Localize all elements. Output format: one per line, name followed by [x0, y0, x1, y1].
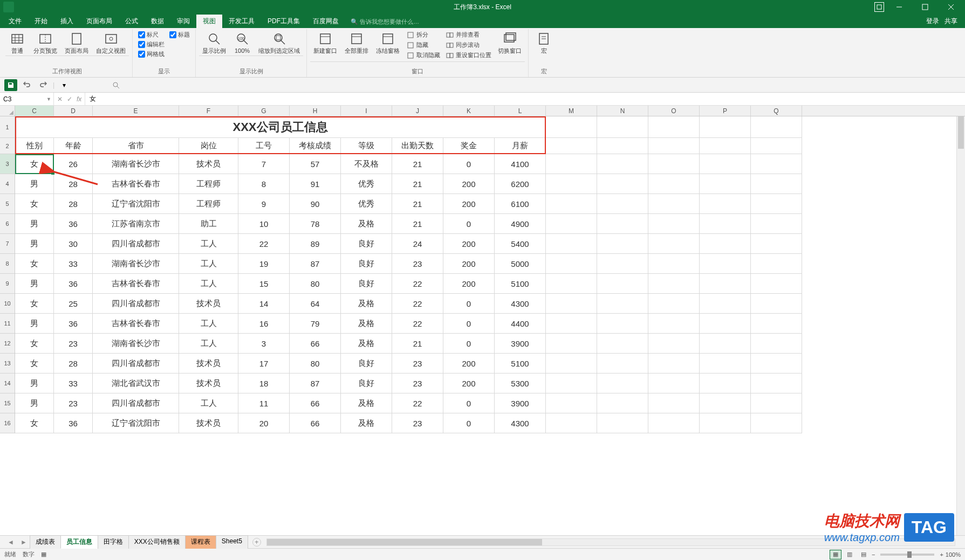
cell[interactable]: 15 — [238, 274, 290, 293]
cell[interactable]: 四川省成都市 — [93, 294, 179, 313]
cell[interactable]: 33 — [54, 254, 93, 273]
zoom-level[interactable]: 100% — [946, 551, 961, 558]
cell[interactable] — [648, 254, 700, 273]
cell[interactable]: 11 — [238, 393, 290, 413]
cell[interactable]: 200 — [443, 274, 495, 293]
sheet-tab-田字格[interactable]: 田字格 — [98, 535, 129, 549]
cell[interactable]: 良好 — [341, 374, 392, 393]
cell[interactable]: 10 — [238, 214, 290, 233]
cell[interactable]: 良好 — [341, 234, 392, 253]
cell[interactable]: 9 — [238, 194, 290, 213]
chevron-down-icon[interactable]: ▼ — [46, 96, 51, 102]
cell[interactable]: 工程师 — [179, 194, 238, 213]
row-header-7[interactable]: 7 — [0, 234, 15, 254]
cell[interactable]: 90 — [290, 194, 341, 213]
cell[interactable]: XXX公司员工信息 — [15, 116, 546, 137]
sheet-nav-prev[interactable]: ◄ — [4, 538, 17, 546]
cell[interactable]: 湖南省长沙市 — [93, 154, 179, 174]
cell[interactable]: 23 — [392, 354, 443, 373]
cell[interactable]: 工人 — [179, 274, 238, 293]
ribbon-tab-视图[interactable]: 视图 — [196, 15, 222, 28]
ribbon-tab-开始[interactable]: 开始 — [28, 15, 54, 28]
cell[interactable]: 200 — [443, 194, 495, 213]
cell[interactable]: 18 — [238, 374, 290, 393]
normal-view-button[interactable]: ▦ — [830, 550, 841, 559]
cell[interactable]: 岗位 — [179, 138, 238, 154]
ribbon-tab-开发工具[interactable]: 开发工具 — [222, 15, 261, 28]
cell[interactable]: 及格 — [341, 294, 392, 313]
column-header-D[interactable]: D — [54, 106, 93, 116]
cell[interactable]: 女 — [15, 254, 54, 273]
window-新建窗口-button[interactable]: 新建窗口 — [310, 29, 340, 61]
cell[interactable]: 200 — [443, 174, 495, 193]
row-header-3[interactable]: 3 — [0, 154, 15, 174]
cell[interactable]: 4300 — [495, 413, 546, 433]
cell[interactable] — [546, 294, 597, 313]
cell[interactable] — [751, 254, 802, 273]
window-并排查看-button[interactable]: 并排查看 — [443, 30, 494, 40]
row-header-8[interactable]: 8 — [0, 254, 15, 274]
cell[interactable]: 36 — [54, 413, 93, 433]
cell[interactable]: 湖北省武汉市 — [93, 374, 179, 393]
cell[interactable]: 21 — [392, 174, 443, 193]
cell[interactable]: 28 — [54, 194, 93, 213]
cell[interactable] — [648, 413, 700, 433]
cell[interactable]: 3900 — [495, 334, 546, 353]
cell[interactable] — [546, 116, 597, 137]
cell[interactable] — [751, 334, 802, 353]
view-普通-button[interactable]: 普通 — [5, 29, 29, 56]
cancel-icon[interactable]: ✕ — [57, 95, 63, 103]
cell[interactable]: 男 — [15, 274, 54, 293]
cell[interactable] — [597, 274, 648, 293]
cell[interactable]: 及格 — [341, 334, 392, 353]
row-header-4[interactable]: 4 — [0, 174, 15, 194]
cell[interactable]: 男 — [15, 314, 54, 333]
cell[interactable]: 0 — [443, 413, 495, 433]
switch-windows-button[interactable]: 切换窗口 — [495, 29, 525, 61]
cell[interactable]: 助工 — [179, 214, 238, 233]
zoom-2-button[interactable]: 缩放到选定区域 — [255, 29, 303, 56]
cell[interactable] — [648, 174, 700, 193]
cell[interactable]: 四川省成都市 — [93, 354, 179, 373]
cell[interactable] — [751, 194, 802, 213]
sheet-tab-成绩表[interactable]: 成绩表 — [30, 535, 61, 549]
share-button[interactable]: 共享 — [945, 17, 957, 26]
row-header-6[interactable]: 6 — [0, 214, 15, 234]
cell[interactable] — [597, 314, 648, 333]
cell[interactable]: 33 — [54, 374, 93, 393]
zoom-out-button[interactable]: − — [872, 551, 875, 558]
ribbon-tab-数据[interactable]: 数据 — [145, 15, 170, 28]
column-header-J[interactable]: J — [392, 106, 443, 116]
cell[interactable]: 200 — [443, 234, 495, 253]
enter-icon[interactable]: ✓ — [67, 95, 72, 103]
cell[interactable]: 36 — [54, 214, 93, 233]
column-header-F[interactable]: F — [179, 106, 238, 116]
cell[interactable]: 79 — [290, 314, 341, 333]
ribbon-tab-PDF工具集[interactable]: PDF工具集 — [261, 15, 306, 28]
cell[interactable]: 7 — [238, 154, 290, 174]
cell[interactable]: 14 — [238, 294, 290, 313]
row-header-14[interactable]: 14 — [0, 374, 15, 393]
cell[interactable] — [648, 314, 700, 333]
cell[interactable]: 5400 — [495, 234, 546, 253]
cell[interactable]: 22 — [392, 294, 443, 313]
cell[interactable] — [700, 294, 751, 313]
cell[interactable] — [597, 116, 648, 137]
horizontal-scrollbar[interactable] — [266, 538, 955, 546]
cell[interactable]: 80 — [290, 274, 341, 293]
view-自定义视图-button[interactable]: 自定义视图 — [93, 29, 129, 56]
cell[interactable] — [597, 174, 648, 193]
cell[interactable] — [700, 234, 751, 253]
cell[interactable]: 23 — [54, 393, 93, 413]
cell[interactable] — [751, 314, 802, 333]
cell[interactable]: 3 — [238, 334, 290, 353]
cell[interactable]: 66 — [290, 393, 341, 413]
cell[interactable]: 21 — [392, 334, 443, 353]
cell[interactable]: 0 — [443, 393, 495, 413]
cell[interactable] — [546, 413, 597, 433]
cell[interactable]: 23 — [392, 413, 443, 433]
cell[interactable]: 湖南省长沙市 — [93, 254, 179, 273]
cell[interactable] — [648, 354, 700, 373]
cell[interactable]: 及格 — [341, 413, 392, 433]
cell[interactable]: 工程师 — [179, 174, 238, 193]
